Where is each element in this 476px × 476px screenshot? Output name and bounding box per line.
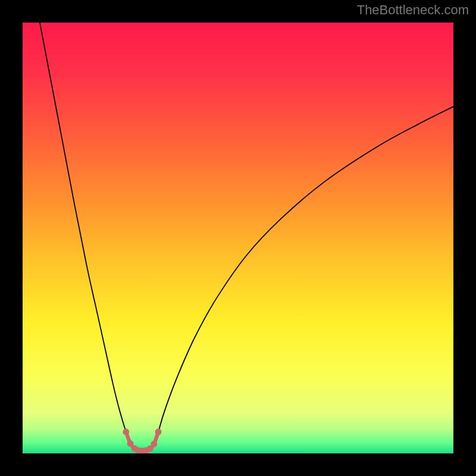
watermark-text: TheBottleneck.com [357,2,469,18]
marker-dot [127,440,134,447]
bottleneck-curve-upper [40,23,453,451]
marker-dot [151,441,157,447]
marker-dot [155,428,162,435]
chart-frame: TheBottleneck.com [0,0,476,476]
curve-layer [23,23,453,453]
plot-area [23,23,453,453]
marker-dot [123,428,129,435]
